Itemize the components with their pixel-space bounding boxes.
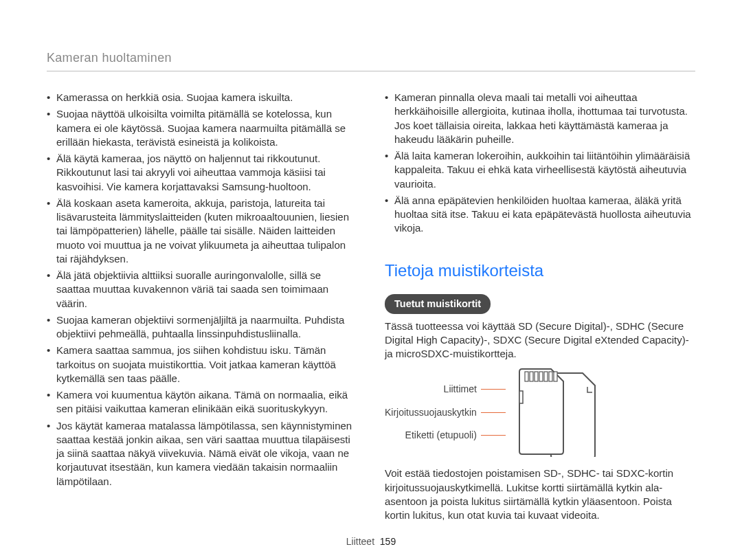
sd-label-front: Etiketti (etupuoli): [405, 429, 506, 443]
list-item: Kameran pinnalla oleva maali tai metalli…: [385, 91, 695, 146]
right-bullet-list: Kameran pinnalla oleva maali tai metalli…: [385, 91, 695, 236]
supported-cards-paragraph: Tässä tuotteessa voi käyttää SD (Secure …: [385, 320, 695, 361]
list-item: Kamera saattaa sammua, jos siihen kohdis…: [47, 344, 357, 385]
left-column: Kamerassa on herkkiä osia. Suojaa kamera…: [47, 91, 357, 528]
write-protect-paragraph: Voit estää tiedostojen poistamisen SD-, …: [385, 467, 695, 522]
sd-label-wpswitch: Kirjoitussuojauskytkin: [385, 406, 506, 420]
svg-rect-1: [530, 372, 533, 381]
page-number: 159: [380, 536, 396, 547]
sd-label-text: Liittimet: [444, 383, 477, 396]
sd-label-text: Kirjoitussuojauskytkin: [385, 406, 477, 420]
sd-card-illustration: [518, 368, 600, 457]
right-column: Kameran pinnalla oleva maali tai metalli…: [385, 91, 695, 528]
list-item: Jos käytät kameraa matalassa lämpötilass…: [47, 419, 357, 489]
svg-rect-6: [554, 372, 557, 381]
svg-rect-2: [535, 372, 538, 381]
list-item: Älä jätä objektiivia alttiiksi suoralle …: [47, 269, 357, 311]
list-item: Suojaa kameran objektiivi sormenjäljiltä…: [47, 313, 357, 341]
list-item: Älä laita kameran lokeroihin, aukkoihin …: [385, 149, 695, 191]
list-item: Kamerassa on herkkiä osia. Suojaa kamera…: [47, 91, 357, 104]
leader-line: [481, 435, 506, 436]
list-item: Suojaa näyttöä ulkoisilta voimilta pitäm…: [47, 107, 357, 149]
list-item: Älä käytä kameraa, jos näyttö on haljenn…: [47, 152, 357, 194]
svg-rect-0: [525, 372, 528, 381]
subsection-pill: Tuetut muistikortit: [385, 294, 491, 313]
list-item: Älä koskaan aseta kameroita, akkuja, par…: [47, 197, 357, 266]
svg-rect-4: [544, 372, 548, 381]
footer-section: Liitteet: [346, 536, 374, 547]
breadcrumb: Kameran huoltaminen: [47, 49, 695, 67]
page-footer: Liitteet 159: [0, 535, 742, 549]
list-item: Älä anna epäpätevien henkilöiden huoltaa…: [385, 194, 695, 236]
svg-rect-7: [519, 391, 523, 403]
sd-label-text: Etiketti (etupuoli): [405, 429, 477, 443]
left-bullet-list: Kamerassa on herkkiä osia. Suojaa kamera…: [47, 91, 357, 489]
svg-rect-3: [539, 372, 543, 381]
sd-card-figure: Liittimet Kirjoitussuojauskytkin Etikett…: [385, 368, 695, 457]
sd-card-labels: Liittimet Kirjoitussuojauskytkin Etikett…: [385, 383, 506, 443]
leader-line: [481, 412, 506, 413]
sd-label-terminal: Liittimet: [444, 383, 506, 396]
list-item: Kamera voi kuumentua käytön aikana. Tämä…: [47, 388, 357, 416]
divider: [47, 71, 695, 71]
sd-card-icon: [518, 368, 600, 457]
leader-line: [481, 389, 506, 390]
svg-rect-5: [549, 372, 552, 381]
content-columns: Kamerassa on herkkiä osia. Suojaa kamera…: [47, 91, 695, 528]
section-title: Tietoja muistikorteista: [385, 259, 695, 282]
